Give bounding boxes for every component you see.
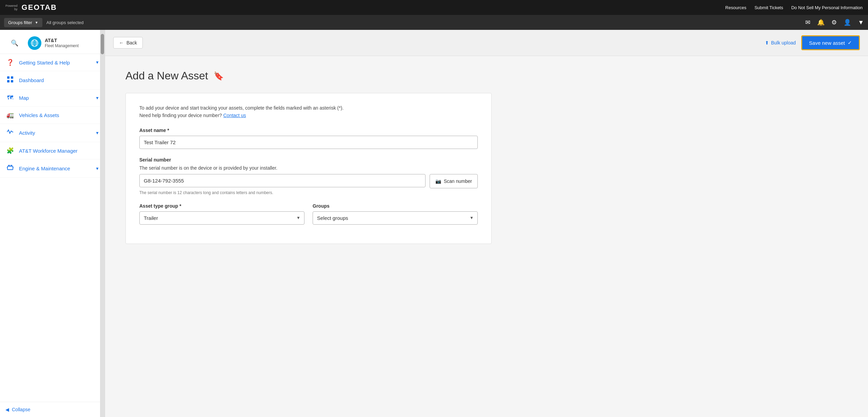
form-card: To add your device and start tracking yo… [125,93,492,244]
asset-type-select-wrapper: Trailer ▼ [139,211,304,225]
svg-rect-7 [7,80,9,82]
save-label: Save new asset [809,40,845,46]
user-menu-arrow-icon[interactable]: ▼ [858,19,864,26]
camera-icon: 📷 [435,178,441,184]
do-not-sell-link[interactable]: Do Not Sell My Personal Information [791,5,863,10]
bulk-upload-button[interactable]: ⬆ Bulk upload [765,40,796,45]
email-icon[interactable]: ✉ [805,19,810,26]
asset-type-select[interactable]: Trailer [139,211,304,225]
bell-icon[interactable]: 🔔 [817,19,825,26]
sidebar-scrollbar[interactable] [100,30,105,417]
svg-rect-8 [11,80,13,82]
sidebar-header: 🔍 AT&T Fleet Management [0,30,105,54]
save-asset-button[interactable]: Save new asset ✓ [801,35,860,50]
truck-icon: 🚛 [5,111,15,119]
top-nav: Powered by GEOTAB Resources Submit Ticke… [0,0,868,15]
back-arrow-icon: ← [119,40,124,45]
sidebar-item-label: Vehicles & Assets [19,112,59,118]
user-icon[interactable]: 👤 [844,19,851,26]
form-intro: To add your device and start tracking yo… [139,104,478,119]
scan-number-button[interactable]: 📷 Scan number [430,174,478,188]
sidebar: 🔍 AT&T Fleet Management [0,30,105,417]
att-logo: AT&T Fleet Management [28,36,79,50]
asset-type-group: Asset type group * Trailer ▼ [139,203,304,225]
sidebar-item-map[interactable]: 🗺 Map ▼ [0,90,105,107]
checkmark-icon: ✓ [848,40,852,46]
sidebar-item-getting-started[interactable]: ❓ Getting Started & Help ▼ [0,54,105,71]
sidebar-item-label: Getting Started & Help [19,60,70,65]
serial-number-label: Serial number [139,157,478,163]
submit-tickets-link[interactable]: Submit Tickets [754,5,783,10]
engine-icon [5,164,15,173]
sidebar-collapse-button[interactable]: ◀ Collapse [0,402,105,417]
content-header: ← Back ⬆ Bulk upload Save new asset ✓ [105,30,868,56]
gear-icon[interactable]: ⚙ [831,19,837,26]
att-subtitle: Fleet Management [45,43,79,49]
help-circle-icon: ❓ [5,59,15,66]
upload-icon: ⬆ [765,40,769,45]
back-label: Back [126,40,137,45]
chevron-down-icon: ▼ [95,96,99,100]
svg-rect-9 [7,166,13,170]
logo-area: Powered by GEOTAB [5,3,57,12]
bulk-upload-label: Bulk upload [771,40,796,45]
svg-rect-5 [7,76,9,79]
groups-filter-arrow-icon: ▼ [35,21,38,24]
chevron-down-icon: ▼ [95,131,99,135]
att-name: AT&T [45,38,57,43]
asset-name-input[interactable] [139,136,478,149]
scan-label: Scan number [444,178,472,184]
groups-bar: Groups filter ▼ All groups selected ✉ 🔔 … [0,15,868,30]
svg-rect-10 [8,165,9,166]
geotab-brand: GEOTAB [22,3,57,12]
resources-link[interactable]: Resources [725,5,746,10]
dashboard-icon [5,76,15,84]
serial-hint-text: The serial number is 12 characters long … [139,190,478,195]
activity-icon [5,129,15,137]
serial-number-input[interactable] [139,174,426,187]
groups-select[interactable]: Select groups [313,211,478,225]
sidebar-item-label: Map [19,95,29,101]
sidebar-nav: ❓ Getting Started & Help ▼ Dashboard 🗺 M… [0,54,105,402]
main-layout: 🔍 AT&T Fleet Management [0,30,868,417]
bookmark-icon[interactable]: 🔖 [214,71,224,81]
header-actions: ⬆ Bulk upload Save new asset ✓ [765,35,860,50]
sidebar-item-activity[interactable]: Activity ▼ [0,124,105,142]
powered-by-label: Powered [5,4,18,7]
search-icon[interactable]: 🔍 [11,40,18,46]
asset-name-label: Asset name * [139,128,478,133]
groups-group: Groups Select groups ▼ [313,203,478,225]
att-logo-icon [28,36,41,50]
serial-description: The serial number is on the device or is… [139,165,478,171]
intro-text-line2: Need help finding your device number? [139,113,222,118]
svg-rect-6 [11,76,13,79]
sidebar-item-workforce[interactable]: 🧩 AT&T Workforce Manager [0,142,105,159]
groups-filter-button[interactable]: Groups filter ▼ [4,18,42,27]
asset-type-groups-row: Asset type group * Trailer ▼ Groups [139,203,478,233]
contact-us-link[interactable]: Contact us [223,113,246,118]
sidebar-item-label: Dashboard [19,77,44,83]
att-text-area: AT&T Fleet Management [45,37,79,49]
intro-text-line1: To add your device and start tracking yo… [139,105,343,111]
sidebar-item-dashboard[interactable]: Dashboard [0,71,105,90]
search-area[interactable]: 🔍 [5,35,24,51]
puzzle-icon: 🧩 [5,147,15,154]
back-button[interactable]: ← Back [113,37,143,49]
asset-type-label: Asset type group * [139,203,304,209]
collapse-arrow-icon: ◀ [5,407,9,412]
page-title: Add a New Asset 🔖 [125,70,492,82]
collapse-label: Collapse [12,407,30,412]
asset-name-group: Asset name * [139,128,478,149]
chevron-down-icon: ▼ [95,166,99,171]
groups-filter-label: Groups filter [8,20,32,25]
sidebar-item-vehicles[interactable]: 🚛 Vehicles & Assets [0,107,105,124]
groups-selected-text: All groups selected [46,20,84,25]
sidebar-item-label: AT&T Workforce Manager [19,148,78,154]
chevron-down-icon: ▼ [95,60,99,65]
groups-label: Groups [313,203,478,209]
svg-rect-11 [11,165,12,166]
sidebar-item-engine[interactable]: Engine & Maintenance ▼ [0,159,105,178]
top-nav-links: Resources Submit Tickets Do Not Sell My … [725,5,863,10]
sidebar-item-label: Engine & Maintenance [19,166,70,171]
sidebar-scrollbar-thumb [101,34,104,54]
